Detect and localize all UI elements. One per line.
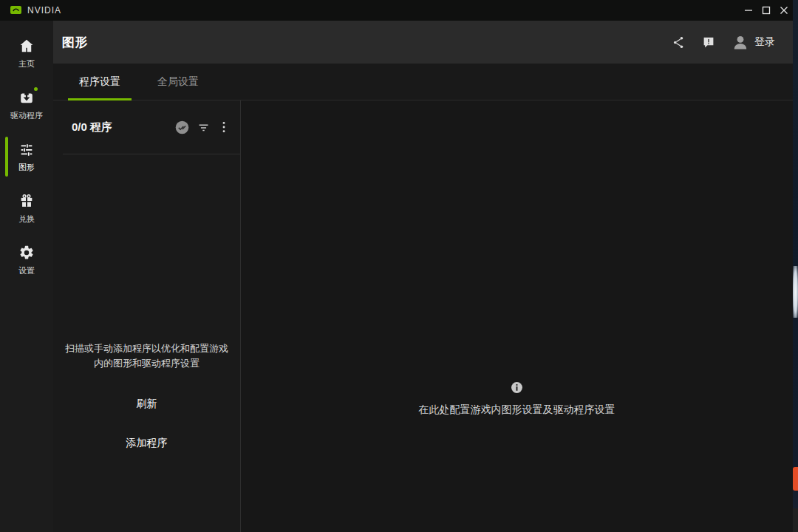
login-button[interactable]: 登录 xyxy=(732,33,775,51)
drivers-icon xyxy=(18,89,35,106)
add-program-button[interactable]: 添加程序 xyxy=(53,437,240,450)
sidebar-item-graphics[interactable]: 图形 xyxy=(0,133,53,180)
maximize-icon xyxy=(762,6,771,15)
home-icon xyxy=(18,37,35,55)
feedback-icon xyxy=(702,35,715,49)
gift-icon xyxy=(18,192,35,210)
filter-icon xyxy=(197,120,211,134)
login-label: 登录 xyxy=(754,35,775,49)
panel-divider xyxy=(63,154,240,154)
program-list-panel: 0/0 程序 xyxy=(53,100,241,532)
optimize-all-button[interactable] xyxy=(174,120,190,135)
app-title: NVIDIA xyxy=(27,5,61,16)
titlebar: NVIDIA xyxy=(0,0,793,21)
empty-detail-hint: 在此处配置游戏内图形设置及驱动程序设置 xyxy=(241,381,793,417)
sidebar-item-label: 驱动程序 xyxy=(10,110,43,121)
tab-label: 程序设置 xyxy=(79,75,120,89)
close-button[interactable] xyxy=(775,0,793,21)
refresh-button[interactable]: 刷新 xyxy=(53,398,240,411)
tabbar: 程序设置 全局设置 xyxy=(53,64,793,100)
content-area: 图形 xyxy=(53,21,793,532)
nvidia-app-window: NVIDIA 主页 xyxy=(0,0,793,532)
feedback-button[interactable] xyxy=(702,35,715,49)
sidebar-item-home[interactable]: 主页 xyxy=(0,30,53,77)
sidebar-item-label: 主页 xyxy=(18,58,35,69)
close-icon xyxy=(780,6,788,15)
program-count-label: 0/0 程序 xyxy=(72,120,174,134)
minimize-button[interactable] xyxy=(740,0,757,21)
program-panel-actions xyxy=(174,120,231,135)
window-controls xyxy=(740,0,793,21)
filter-button[interactable] xyxy=(197,120,211,134)
active-tab-indicator xyxy=(5,137,8,177)
tab-label: 全局设置 xyxy=(157,75,199,89)
maximize-button[interactable] xyxy=(757,0,775,21)
program-panel-header: 0/0 程序 xyxy=(53,100,240,154)
empty-state-text: 扫描或手动添加程序以优化和配置游戏 内的图形和驱动程序设置 xyxy=(65,341,228,371)
sidebar-item-label: 兑换 xyxy=(18,214,35,225)
background-window-orange-logo xyxy=(793,467,798,491)
titlebar-branding: NVIDIA xyxy=(10,4,61,17)
update-badge-dot xyxy=(33,86,39,92)
sidebar-item-label: 设置 xyxy=(18,265,35,276)
background-window-glow xyxy=(793,266,798,318)
sidebar-item-label: 图形 xyxy=(18,162,35,173)
share-icon xyxy=(672,35,686,50)
empty-state-line2: 内的图形和驱动程序设置 xyxy=(65,356,228,371)
share-button[interactable] xyxy=(672,35,686,50)
more-options-button[interactable] xyxy=(217,120,231,134)
sidebar-item-drivers[interactable]: 驱动程序 xyxy=(0,81,53,129)
page-header: 图形 xyxy=(53,21,793,64)
tab-program-settings[interactable]: 程序设置 xyxy=(68,64,132,100)
page-title: 图形 xyxy=(62,34,88,51)
header-actions: 登录 xyxy=(672,33,775,51)
sidebar: 主页 驱动程序 xyxy=(0,21,53,532)
gear-icon xyxy=(18,244,35,262)
kebab-menu-icon xyxy=(217,120,231,134)
info-icon xyxy=(511,381,523,394)
avatar-icon xyxy=(732,33,749,51)
minimize-icon xyxy=(744,6,753,15)
check-circle-icon xyxy=(174,120,190,135)
graphics-icon xyxy=(18,140,35,158)
sidebar-item-redeem[interactable]: 兑换 xyxy=(0,185,53,232)
background-window-sliver xyxy=(793,0,798,532)
tab-global-settings[interactable]: 全局设置 xyxy=(146,64,210,100)
sidebar-item-settings[interactable]: 设置 xyxy=(0,236,53,284)
settings-detail-panel: 在此处配置游戏内图形设置及驱动程序设置 xyxy=(241,100,793,532)
detail-hint-text: 在此处配置游戏内图形设置及驱动程序设置 xyxy=(419,403,615,417)
background-window-footer xyxy=(793,508,798,532)
nvidia-logo-icon xyxy=(10,4,21,17)
empty-state-line1: 扫描或手动添加程序以优化和配置游戏 xyxy=(65,341,228,356)
graphics-content: 0/0 程序 xyxy=(53,100,793,532)
